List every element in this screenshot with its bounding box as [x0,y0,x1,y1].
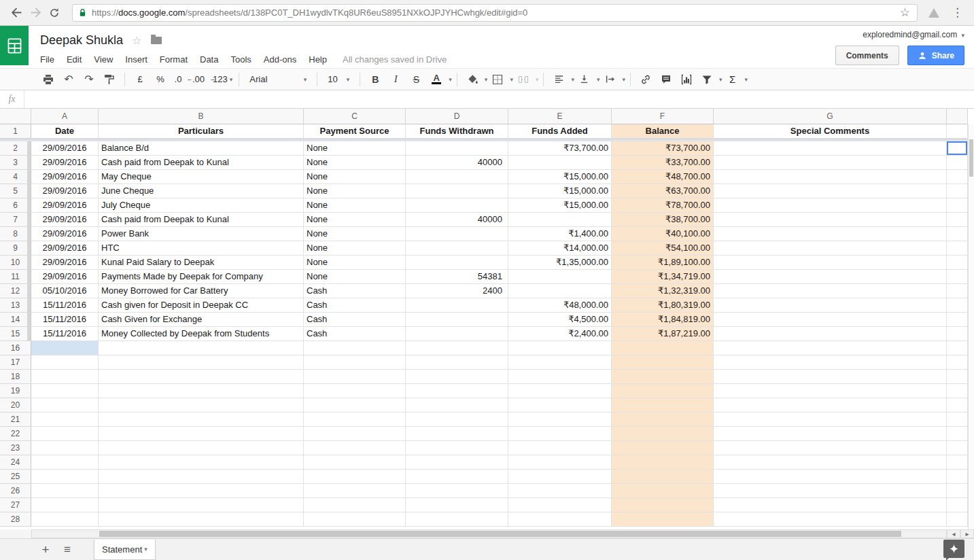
cell-C4[interactable]: None [304,170,406,184]
cell-A16[interactable] [31,341,99,355]
cell-C21[interactable] [304,413,406,427]
column-header-D[interactable]: D [406,109,508,124]
cell-B9[interactable]: HTC [99,241,304,256]
increase-decimal-icon[interactable]: .00→ [192,71,210,88]
row-header-18[interactable]: 18 [0,370,31,384]
cell-H24[interactable] [947,455,968,470]
row-header-3[interactable]: 3 [0,156,31,170]
cell-C8[interactable]: None [304,227,406,241]
cell-A13[interactable]: 15/11/2016 [31,298,99,313]
cell-B10[interactable]: Kunal Paid Salary to Deepak [99,256,304,270]
explore-button[interactable] [943,540,964,558]
cell-D26[interactable] [406,484,508,498]
cell-C2[interactable]: None [304,141,406,156]
star-document-icon[interactable]: ☆ [132,34,141,47]
cell-H27[interactable] [947,498,968,512]
cell-H8[interactable] [947,227,968,241]
cell-B13[interactable]: Cash given for Deposit in Deepak CC [99,298,304,313]
cell-C18[interactable] [304,370,406,384]
undo-icon[interactable]: ↶ [60,71,77,88]
row-header-7[interactable]: 7 [0,213,31,227]
cell-F21[interactable] [612,413,714,427]
cell-D4[interactable] [406,170,508,184]
vertical-align-caret[interactable]: ▾ [597,76,600,83]
cell-A15[interactable]: 15/11/2016 [31,327,99,341]
cell-H7[interactable] [947,213,968,227]
cell-G3[interactable] [714,156,947,170]
back-icon[interactable] [7,3,26,22]
cell-C9[interactable]: None [304,241,406,256]
cell-A19[interactable] [31,384,99,398]
cell-A25[interactable] [31,470,99,484]
cell-F24[interactable] [612,455,714,470]
cell-D17[interactable] [406,355,508,370]
cell-G22[interactable] [714,427,947,441]
column-header-C[interactable]: C [304,109,406,124]
cell-G24[interactable] [714,455,947,470]
cell-F15[interactable]: ₹1,87,219.00 [612,327,714,341]
row-header-27[interactable]: 27 [0,498,31,512]
menu-tools[interactable]: Tools [224,52,257,67]
cell-C17[interactable] [304,355,406,370]
horizontal-scrollbar-thumb[interactable] [99,531,901,537]
cell-H12[interactable] [947,284,968,298]
row-header-6[interactable]: 6 [0,198,31,213]
cell-E15[interactable]: ₹2,400.00 [508,327,612,341]
row-header-15[interactable]: 15 [0,327,31,341]
forward-icon[interactable] [26,3,45,22]
cell-H1[interactable] [947,124,968,139]
cell-D2[interactable] [406,141,508,156]
insert-comment-icon[interactable] [657,71,675,88]
row-header-14[interactable]: 14 [0,313,31,327]
cell-B2[interactable]: Balance B/d [99,141,304,156]
cell-C12[interactable]: Cash [304,284,406,298]
strikethrough-icon[interactable]: S [407,71,425,88]
cell-A6[interactable]: 29/09/2016 [31,198,99,213]
cell-B8[interactable]: Power Bank [99,227,304,241]
cell-G25[interactable] [714,470,947,484]
row-header-23[interactable]: 23 [0,441,31,455]
cell-A26[interactable] [31,484,99,498]
row-header-28[interactable]: 28 [0,512,31,527]
cell-A24[interactable] [31,455,99,470]
cell-E9[interactable]: ₹14,000.00 [508,241,612,256]
row-header-12[interactable]: 12 [0,284,31,298]
cell-A4[interactable]: 29/09/2016 [31,170,99,184]
cell-D14[interactable] [406,313,508,327]
cell-F16[interactable] [612,341,714,355]
cell-F14[interactable]: ₹1,84,819.00 [612,313,714,327]
row-header-8[interactable]: 8 [0,227,31,241]
cell-E14[interactable]: ₹4,500.00 [508,313,612,327]
cell-B20[interactable] [99,398,304,413]
cell-H16[interactable] [947,341,968,355]
font-size-select[interactable]: 10▾ [324,71,353,88]
cell-H22[interactable] [947,427,968,441]
functions-caret[interactable]: ▾ [745,76,748,83]
cell-D27[interactable] [406,498,508,512]
cell-B15[interactable]: Money Collected by Deepak from Students [99,327,304,341]
cell-F27[interactable] [612,498,714,512]
cell-H6[interactable] [947,198,968,213]
row-header-13[interactable]: 13 [0,298,31,313]
reload-icon[interactable] [45,3,64,22]
print-icon[interactable] [39,71,57,88]
account-menu[interactable]: exploredmind@gmail.com ▾ [835,30,964,39]
cell-G13[interactable] [714,298,947,313]
cell-C5[interactable]: None [304,184,406,198]
cell-B27[interactable] [99,498,304,512]
cell-C23[interactable] [304,441,406,455]
redo-icon[interactable]: ↷ [80,71,98,88]
cell-H26[interactable] [947,484,968,498]
cell-B17[interactable] [99,355,304,370]
cell-E6[interactable]: ₹15,000.00 [508,198,612,213]
cell-F25[interactable] [612,470,714,484]
header-cell-A1[interactable]: Date [31,124,99,139]
cell-G8[interactable] [714,227,947,241]
cell-H4[interactable] [947,170,968,184]
cell-D24[interactable] [406,455,508,470]
currency-format-icon[interactable]: £ [131,71,149,88]
row-header-26[interactable]: 26 [0,484,31,498]
fill-color-caret[interactable]: ▾ [485,76,488,83]
paint-format-icon[interactable] [101,71,118,88]
formula-input[interactable] [24,90,974,108]
